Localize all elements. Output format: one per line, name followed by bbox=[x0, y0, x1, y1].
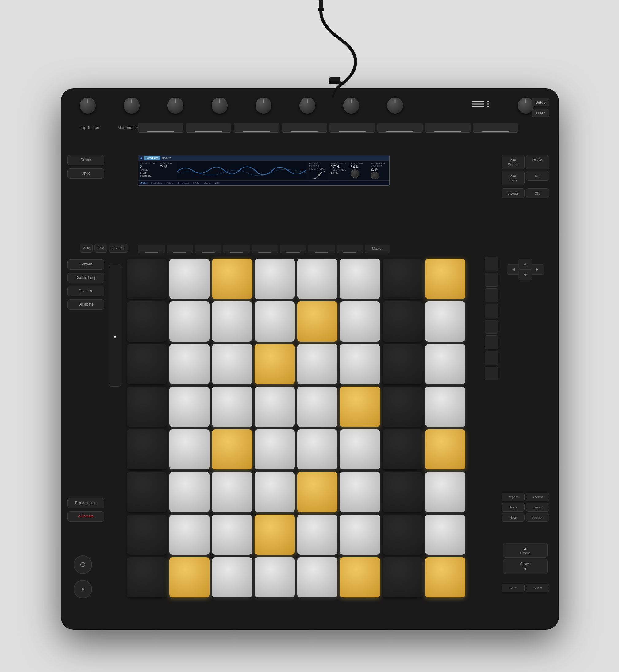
pad-1-2[interactable] bbox=[169, 259, 209, 299]
pad-6-1[interactable] bbox=[127, 472, 167, 512]
pad-2-6[interactable] bbox=[340, 301, 380, 341]
mod-amt-knob[interactable] bbox=[370, 172, 379, 179]
track-btn-6[interactable] bbox=[377, 123, 423, 133]
delete-button[interactable]: Delete bbox=[67, 155, 104, 165]
repeat-button[interactable]: Repeat bbox=[501, 493, 525, 501]
pad-7-5[interactable] bbox=[297, 515, 337, 555]
add-track-button[interactable]: AddTrack bbox=[501, 171, 525, 185]
knob-1[interactable] bbox=[80, 97, 96, 114]
pad-7-1[interactable] bbox=[127, 515, 167, 555]
automate-button[interactable]: Automate bbox=[67, 511, 104, 522]
user-button[interactable]: User bbox=[532, 109, 549, 117]
pad-5-2[interactable] bbox=[169, 429, 209, 469]
pad-2-3[interactable] bbox=[212, 301, 252, 341]
master-button[interactable]: Master bbox=[365, 245, 390, 253]
track-btn-3[interactable] bbox=[234, 123, 279, 133]
add-device-button[interactable]: AddDevice bbox=[501, 155, 525, 170]
pad-1-5[interactable] bbox=[297, 259, 337, 299]
tab-oscillators[interactable]: Oscillators bbox=[149, 182, 163, 185]
knob-5[interactable] bbox=[256, 97, 271, 114]
track-row-btn-1[interactable] bbox=[138, 245, 165, 253]
quantize-button[interactable]: Quantize bbox=[67, 286, 104, 296]
tab-filters[interactable]: Filters bbox=[165, 182, 175, 185]
knob-7[interactable] bbox=[343, 97, 359, 114]
rss-btn-1[interactable] bbox=[485, 257, 498, 271]
pad-7-3[interactable] bbox=[212, 515, 252, 555]
pad-6-8[interactable] bbox=[425, 472, 465, 512]
pad-2-2[interactable] bbox=[169, 301, 209, 341]
stop-clip-button[interactable]: Stop Clip bbox=[109, 244, 128, 253]
pad-5-6[interactable] bbox=[340, 429, 380, 469]
accent-button[interactable]: Accent bbox=[526, 493, 549, 501]
pad-3-4[interactable] bbox=[255, 344, 295, 384]
pad-4-4[interactable] bbox=[255, 387, 295, 427]
pad-8-5[interactable] bbox=[297, 557, 337, 597]
rss-btn-6[interactable] bbox=[485, 335, 498, 349]
scale-button[interactable]: Scale bbox=[501, 503, 525, 512]
pad-2-8[interactable] bbox=[425, 301, 465, 341]
pad-3-5[interactable] bbox=[297, 344, 337, 384]
track-btn-5[interactable] bbox=[330, 123, 375, 133]
pad-4-2[interactable] bbox=[169, 387, 209, 427]
mute-button[interactable]: Mute bbox=[80, 244, 93, 253]
track-row-btn-8[interactable] bbox=[337, 245, 363, 253]
pad-5-5[interactable] bbox=[297, 429, 337, 469]
pad-6-4[interactable] bbox=[255, 472, 295, 512]
pad-4-1[interactable] bbox=[127, 387, 167, 427]
pad-8-2[interactable] bbox=[169, 557, 209, 597]
select-button[interactable]: Select bbox=[526, 584, 549, 592]
device-button[interactable]: Device bbox=[526, 155, 549, 170]
tab-main[interactable]: Main bbox=[140, 182, 148, 185]
rss-btn-8[interactable] bbox=[485, 367, 498, 381]
mix-button[interactable]: Mix bbox=[526, 171, 549, 181]
tab-envelopes[interactable]: Envelopes bbox=[176, 182, 190, 185]
pad-3-6[interactable] bbox=[340, 344, 380, 384]
browse-button[interactable]: Browse bbox=[501, 188, 525, 198]
rss-btn-3[interactable] bbox=[485, 288, 498, 302]
pad-1-7[interactable] bbox=[383, 259, 423, 299]
shift-button[interactable]: Shift bbox=[501, 584, 525, 592]
pad-4-3[interactable] bbox=[212, 387, 252, 427]
rss-btn-7[interactable] bbox=[485, 351, 498, 365]
pad-6-5[interactable] bbox=[297, 472, 337, 512]
note-button[interactable]: Note bbox=[501, 513, 525, 522]
fixed-length-button[interactable]: Fixed Length bbox=[67, 498, 104, 509]
pad-8-8[interactable] bbox=[425, 557, 465, 597]
tab-midi[interactable]: MIDI bbox=[213, 182, 221, 185]
pad-8-7[interactable] bbox=[383, 557, 423, 597]
pad-7-2[interactable] bbox=[169, 515, 209, 555]
pad-4-6[interactable] bbox=[340, 387, 380, 427]
tab-matrix[interactable]: Matrix bbox=[202, 182, 212, 185]
track-row-btn-3[interactable] bbox=[195, 245, 221, 253]
pad-6-6[interactable] bbox=[340, 472, 380, 512]
touch-strip[interactable] bbox=[109, 264, 121, 387]
arrow-down-button[interactable] bbox=[519, 269, 532, 280]
double-loop-button[interactable]: Double Loop bbox=[67, 273, 104, 283]
pad-1-3[interactable] bbox=[212, 259, 252, 299]
knob-3[interactable] bbox=[167, 97, 184, 114]
track-btn-1[interactable] bbox=[138, 123, 184, 133]
layout-button[interactable]: Layout bbox=[526, 503, 549, 512]
knob-8[interactable] bbox=[387, 97, 403, 114]
track-row-btn-4[interactable] bbox=[223, 245, 250, 253]
pad-1-8[interactable] bbox=[425, 259, 465, 299]
mod-time-knob[interactable] bbox=[351, 170, 359, 178]
knob-9[interactable] bbox=[518, 97, 534, 114]
pad-8-3[interactable] bbox=[212, 557, 252, 597]
convert-button[interactable]: Convert bbox=[67, 259, 104, 270]
play-button[interactable] bbox=[74, 580, 92, 598]
pad-3-3[interactable] bbox=[212, 344, 252, 384]
pad-2-1[interactable] bbox=[127, 301, 167, 341]
session-button[interactable]: Session bbox=[526, 513, 549, 522]
track-btn-7[interactable] bbox=[425, 123, 471, 133]
pad-4-7[interactable] bbox=[383, 387, 423, 427]
pad-7-7[interactable] bbox=[383, 515, 423, 555]
knob-2[interactable] bbox=[124, 97, 140, 114]
pad-8-1[interactable] bbox=[127, 557, 167, 597]
track-row-btn-2[interactable] bbox=[166, 245, 193, 253]
duplicate-button[interactable]: Duplicate bbox=[67, 299, 104, 310]
pad-7-8[interactable] bbox=[425, 515, 465, 555]
pad-5-1[interactable] bbox=[127, 429, 167, 469]
knob-4[interactable] bbox=[212, 97, 227, 114]
track-btn-8[interactable] bbox=[473, 123, 519, 133]
